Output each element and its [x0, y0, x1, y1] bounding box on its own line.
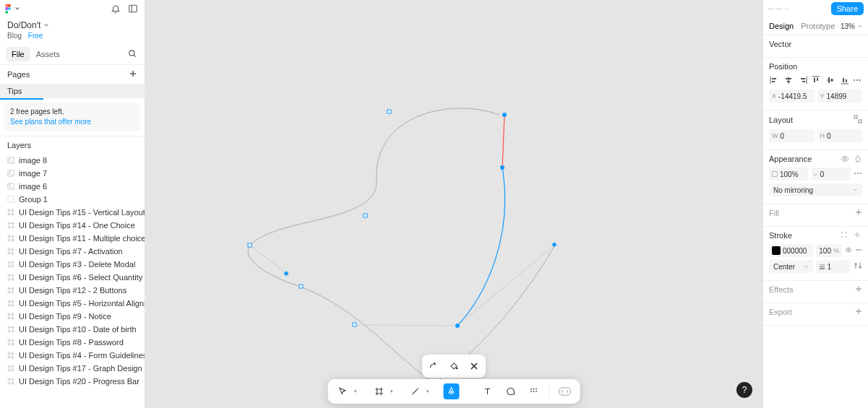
frame-tool-icon[interactable]: ▾: [371, 383, 387, 399]
layer-label: UI Design Tips #20 - Progress Bar: [19, 377, 139, 386]
stroke-weight-field[interactable]: 1: [816, 260, 851, 273]
frame-icon: [7, 313, 14, 320]
opacity-field[interactable]: 100%: [769, 168, 809, 181]
layer-item[interactable]: UI Design Tips #14 - One Choice: [0, 219, 145, 232]
add-effect-icon[interactable]: [855, 285, 862, 294]
layer-item[interactable]: UI Design Tips #3 - Delete Modal: [0, 258, 145, 271]
zoom-level[interactable]: 13%: [841, 22, 862, 30]
layer-item[interactable]: UI Design Tips #5 - Horizontal Alignment: [0, 297, 145, 310]
frame-icon: [7, 248, 14, 255]
help-button[interactable]: ?: [736, 382, 752, 398]
layer-item[interactable]: UI Design Tips #20 - Progress Bar: [0, 375, 145, 388]
tab-design[interactable]: Design: [769, 22, 794, 30]
figma-logo-icon[interactable]: [4, 4, 12, 14]
layer-item[interactable]: UI Design Tips #15 - Vertical Layout: [0, 206, 145, 219]
stroke-opacity-field[interactable]: 100%: [816, 244, 842, 257]
user-menu[interactable]: — —: [768, 5, 789, 12]
right-panel: — — Share Design Prototype 13% Vector Po…: [762, 0, 868, 408]
svg-rect-75: [299, 285, 303, 288]
stroke-position-select[interactable]: Center: [769, 260, 813, 273]
actions-icon[interactable]: [526, 383, 542, 399]
line-tool-icon[interactable]: ▾: [408, 383, 424, 399]
svg-point-95: [533, 391, 535, 392]
blend-icon[interactable]: [854, 155, 862, 163]
more-icon[interactable]: [854, 169, 862, 179]
autolayout-icon[interactable]: [854, 115, 862, 125]
align-hcenter-icon[interactable]: [783, 75, 794, 85]
svg-rect-119: [854, 116, 857, 118]
add-page-icon[interactable]: [129, 69, 137, 79]
file-title[interactable]: Do/Don't: [7, 20, 40, 30]
svg-point-128: [846, 236, 847, 238]
svg-point-82: [456, 368, 457, 369]
pen-tool-icon[interactable]: ▾: [444, 383, 460, 399]
svg-rect-74: [248, 243, 252, 247]
add-export-icon[interactable]: [855, 308, 862, 316]
layer-label: UI Design Tips #15 - Vertical Layout: [19, 208, 145, 217]
close-vector-edit-icon[interactable]: [465, 357, 483, 375]
canvas[interactable]: ▾ ▾ ▾ ▾ ?: [145, 0, 762, 408]
w-field[interactable]: W0: [769, 129, 815, 142]
layer-item[interactable]: UI Design Tips #4 - Form Guidelines #2: [0, 349, 145, 362]
layer-item[interactable]: UI Design Tips #17 - Graph Design: [0, 362, 145, 375]
tab-prototype[interactable]: Prototype: [801, 22, 835, 30]
align-vcenter-icon[interactable]: [825, 75, 835, 85]
remove-stroke-icon[interactable]: [855, 246, 862, 255]
text-tool-icon[interactable]: [480, 383, 496, 399]
panel-toggle-icon[interactable]: [127, 3, 139, 14]
radius-field[interactable]: ⌐0: [812, 168, 851, 181]
align-left-icon[interactable]: [769, 75, 779, 85]
layer-label: UI Design Tips #5 - Horizontal Alignment: [19, 299, 145, 308]
stroke-color-field[interactable]: 000000: [769, 244, 813, 257]
layer-item[interactable]: Group 1: [0, 193, 145, 206]
align-right-icon[interactable]: [798, 75, 808, 85]
bend-tool-icon[interactable]: [425, 357, 442, 375]
layer-item[interactable]: UI Design Tips #9 - Notice: [0, 310, 145, 323]
frame-icon: [7, 261, 14, 268]
tab-assets[interactable]: Assets: [30, 47, 66, 61]
add-stroke-icon[interactable]: [854, 231, 862, 240]
share-button[interactable]: Share: [831, 2, 864, 15]
svg-line-69: [250, 246, 286, 273]
paint-bucket-icon[interactable]: [445, 357, 463, 375]
layer-item[interactable]: UI Design Tips #12 - 2 Buttons: [0, 284, 145, 297]
y-field[interactable]: Y14899: [817, 90, 863, 103]
layer-item[interactable]: image 6: [0, 180, 145, 193]
dev-mode-icon[interactable]: [557, 383, 573, 399]
x-field[interactable]: X-14419.5: [769, 90, 815, 103]
layer-item[interactable]: UI Design Tips #7 - Activation: [0, 245, 145, 258]
chevron-down-icon[interactable]: [14, 4, 20, 13]
chevron-down-icon[interactable]: [43, 22, 49, 28]
image-icon: [7, 157, 14, 164]
align-bottom-icon[interactable]: [840, 75, 850, 85]
move-tool-icon[interactable]: ▾: [335, 383, 351, 399]
layer-item[interactable]: UI Design Tips #10 - Date of birth: [0, 323, 145, 336]
more-align-icon[interactable]: [852, 75, 862, 85]
project-name[interactable]: Blog: [7, 32, 22, 40]
page-item-tips[interactable]: Tips: [0, 84, 145, 98]
svg-point-117: [856, 79, 858, 81]
comment-tool-icon[interactable]: [503, 383, 519, 399]
layer-item[interactable]: image 7: [0, 167, 145, 180]
layer-item[interactable]: UI Design Tips #11 - Multiple choice: [0, 232, 145, 245]
search-icon[interactable]: [127, 48, 137, 60]
h-field[interactable]: H0: [817, 129, 863, 142]
notifications-icon[interactable]: [110, 3, 121, 14]
layer-item[interactable]: UI Design Tips #8 - Password: [0, 336, 145, 349]
align-top-icon[interactable]: [811, 75, 821, 85]
visibility-icon[interactable]: [841, 155, 849, 163]
banner-link[interactable]: See plans that offer more: [10, 118, 91, 126]
stroke-style-icon[interactable]: [841, 231, 849, 240]
stroke-visible-icon[interactable]: [845, 246, 852, 255]
layer-item[interactable]: UI Design Tips #6 - Select Quantity (Sea…: [0, 271, 145, 284]
mirroring-select[interactable]: No mirroring: [769, 183, 862, 196]
svg-point-94: [530, 391, 532, 392]
svg-rect-76: [353, 323, 356, 326]
layer-item[interactable]: image 8: [0, 154, 145, 167]
add-fill-icon[interactable]: [855, 209, 862, 217]
plan-badge[interactable]: Free: [28, 32, 43, 40]
frame-icon: [7, 274, 14, 281]
svg-point-91: [530, 389, 532, 390]
stroke-advanced-icon[interactable]: [854, 261, 862, 272]
tab-file[interactable]: File: [6, 47, 30, 61]
